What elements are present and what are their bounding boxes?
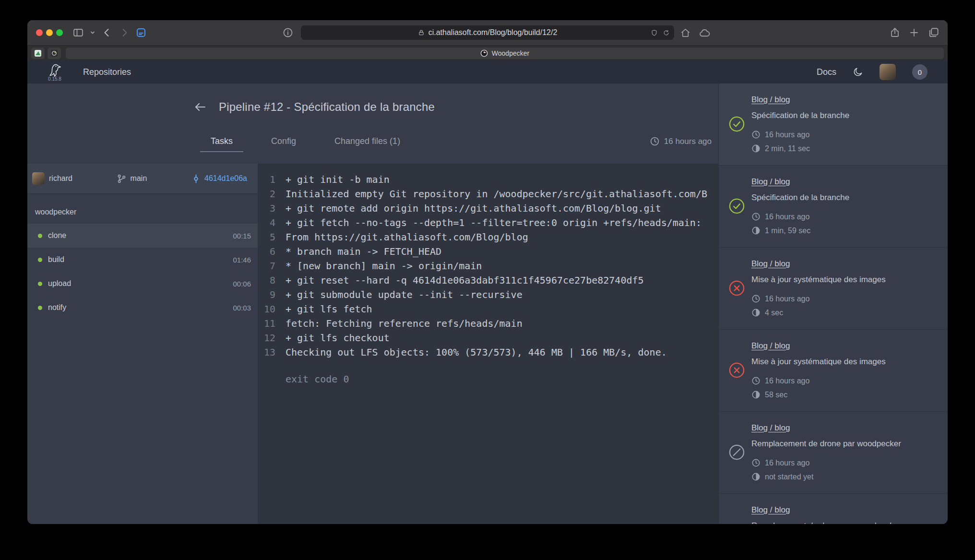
pinned-tab-1[interactable]	[31, 48, 45, 59]
clock-icon	[751, 376, 761, 385]
close-window-button[interactable]	[36, 29, 43, 36]
reload-icon[interactable]	[663, 29, 670, 36]
new-tab-icon[interactable]	[908, 27, 920, 38]
zoom-window-button[interactable]	[56, 29, 63, 36]
line-text: fetch: Fetching reference refs/heads/mai…	[285, 316, 523, 331]
build-entry[interactable]: Blog / blog Remplacement de drone par wo…	[719, 412, 948, 494]
build-duration: 58 sec	[765, 391, 787, 399]
user-avatar[interactable]	[880, 64, 896, 80]
forward-icon[interactable]	[119, 27, 130, 38]
step-time: 00:03	[233, 304, 251, 312]
cloud-tabs-icon[interactable]	[699, 27, 711, 39]
line-number: 7	[258, 259, 275, 273]
app-body: Pipeline #12 - Spécification de la branc…	[27, 83, 948, 524]
page-info-icon[interactable]	[283, 27, 293, 38]
back-icon[interactable]	[101, 27, 113, 38]
tab-bar: Woodpecker	[27, 45, 948, 60]
author-avatar	[32, 172, 45, 185]
log-line: 12+ git lfs checkout	[258, 331, 718, 345]
pipeline-content: richard main 4614d1e06a	[27, 164, 718, 524]
toolbar-right-group	[889, 20, 940, 45]
pipeline-tabs: Tasks Config Changed files (1) 16 hours …	[27, 131, 718, 152]
log-line: 10+ git lfs fetch	[258, 302, 718, 316]
step-name: upload	[48, 279, 71, 288]
tab-config[interactable]: Config	[261, 131, 307, 152]
build-entry[interactable]: Blog / blog Mise à jour systématique des…	[719, 248, 948, 330]
line-number: 13	[258, 345, 275, 359]
duration-icon	[751, 472, 761, 481]
build-meta: 16 hours ago 58 sec	[751, 374, 939, 402]
failure-icon	[729, 280, 745, 296]
active-tab[interactable]: Woodpecker	[66, 48, 944, 59]
browser-toolbar: ci.athaliasoft.com/Blog/blog/build/12/2	[27, 20, 948, 45]
repo-link[interactable]: Blog / blog	[751, 258, 790, 270]
repo-link[interactable]: Blog / blog	[751, 504, 790, 516]
notification-badge[interactable]: 0	[912, 64, 927, 80]
tab-tasks[interactable]: Tasks	[200, 131, 243, 152]
line-text: Initialized empty Git repository in /woo…	[285, 187, 707, 201]
sidebar-toggle-icon[interactable]	[72, 27, 84, 38]
step-name: clone	[48, 231, 66, 240]
nav-docs-link[interactable]: Docs	[817, 67, 836, 77]
extension-icon[interactable]	[136, 27, 146, 38]
build-entry[interactable]: Blog / blog Remplacement de drone par wo…	[719, 494, 948, 524]
build-meta: 16 hours ago not started yet	[751, 456, 939, 484]
build-entry[interactable]: Blog / blog Spécification de la branche …	[719, 83, 948, 166]
branch-icon	[117, 174, 126, 183]
pipeline-time: 16 hours ago	[650, 131, 712, 152]
pipeline-title-row: Pipeline #12 - Spécification de la branc…	[193, 96, 718, 118]
home-icon[interactable]	[680, 27, 691, 38]
build-message: Mise à jour systématique des images	[751, 356, 939, 368]
pinned-favicon-2	[50, 49, 58, 57]
log-panel[interactable]: 1+ git init -b main 2Initialized empty G…	[258, 164, 718, 524]
share-icon[interactable]	[889, 27, 901, 38]
steps-panel: richard main 4614d1e06a	[27, 164, 258, 524]
pipeline-title: Pipeline #12 - Spécification de la branc…	[219, 100, 435, 114]
step-build[interactable]: build 01:46	[27, 248, 258, 272]
log-line: 5From https://git.athaliasoft.com/Blog/b…	[258, 230, 718, 244]
nav-repositories-link[interactable]: Repositories	[83, 67, 131, 77]
commit-sha-link[interactable]: 4614d1e06a	[191, 174, 247, 183]
step-time: 01:46	[233, 256, 251, 264]
line-text: From https://git.athaliasoft.com/Blog/bl…	[285, 230, 528, 244]
build-meta: 16 hours ago 2 min, 11 sec	[751, 128, 939, 155]
line-text: * branch main -> FETCH_HEAD	[285, 244, 441, 259]
duration-icon	[751, 144, 761, 153]
content-blocker-icon[interactable]	[651, 29, 658, 36]
dark-mode-moon-icon[interactable]	[853, 67, 863, 77]
woodpecker-bird-icon	[48, 63, 62, 77]
commit-icon	[191, 174, 201, 183]
clock-icon	[751, 130, 761, 139]
step-upload[interactable]: upload 00:06	[27, 272, 258, 296]
log-line: 11fetch: Fetching reference refs/heads/m…	[258, 316, 718, 331]
build-entry[interactable]: Blog / blog Spécification de la branche …	[719, 166, 948, 248]
log-line: 1+ git init -b main	[258, 172, 718, 187]
address-bar[interactable]: ci.athaliasoft.com/Blog/blog/build/12/2	[301, 25, 674, 40]
step-status-dot	[38, 234, 42, 238]
chevron-down-icon[interactable]	[90, 30, 95, 36]
clock-icon	[751, 212, 761, 221]
build-entry[interactable]: Blog / blog Mise à jour systématique des…	[719, 330, 948, 412]
minimize-window-button[interactable]	[46, 29, 53, 36]
tab-changed-files[interactable]: Changed files (1)	[324, 131, 411, 152]
repo-link[interactable]: Blog / blog	[751, 94, 790, 106]
pinned-tab-2[interactable]	[48, 48, 61, 59]
log-line: 2Initialized empty Git repository in /wo…	[258, 187, 718, 201]
app-version: 0.15.8	[48, 77, 61, 82]
repo-link[interactable]: Blog / blog	[751, 176, 790, 188]
line-text: * [new branch] main -> origin/main	[285, 259, 482, 273]
tab-overview-icon[interactable]	[927, 26, 940, 39]
line-text: + git init -b main	[285, 172, 390, 187]
back-arrow-icon[interactable]	[193, 100, 207, 114]
build-duration: 1 min, 59 sec	[765, 226, 810, 235]
builds-sidebar[interactable]: Blog / blog Spécification de la branche …	[718, 83, 948, 524]
exit-code: exit code 0	[285, 372, 718, 386]
woodpecker-logo[interactable]: 0.15.8	[44, 63, 66, 82]
line-number: 10	[258, 302, 275, 316]
step-notify[interactable]: notify 00:03	[27, 296, 258, 320]
desktop: ci.athaliasoft.com/Blog/blog/build/12/2	[0, 0, 975, 560]
repo-link[interactable]: Blog / blog	[751, 422, 790, 434]
step-clone[interactable]: clone 00:15	[27, 224, 258, 248]
repo-link[interactable]: Blog / blog	[751, 340, 790, 352]
step-time: 00:06	[233, 280, 251, 288]
